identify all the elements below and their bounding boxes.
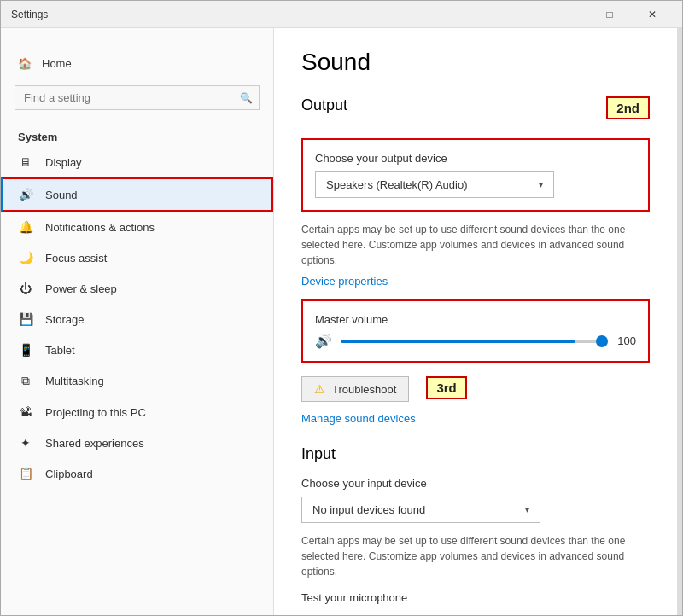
sidebar-item-label: Power & sleep <box>45 282 117 295</box>
warning-icon: ⚠ <box>314 382 325 396</box>
sidebar-item-power[interactable]: ⏻ Power & sleep <box>1 273 273 304</box>
sidebar-item-display[interactable]: 🖥 Display <box>1 147 273 177</box>
close-button[interactable]: ✕ <box>633 1 672 28</box>
settings-window: Settings — □ ✕ 🏠 Home 🔍 System <box>0 0 683 616</box>
search-input[interactable] <box>15 85 260 110</box>
search-icon: 🔍 <box>240 92 253 104</box>
input-helper-text: Certain apps may be set up to use differ… <box>301 533 650 579</box>
choose-output-label: Choose your output device <box>315 152 636 165</box>
input-title: Input <box>301 445 650 463</box>
dropdown-arrow-icon: ▾ <box>539 180 543 189</box>
home-icon: 🏠 <box>18 57 32 70</box>
choose-input-label: Choose your input device <box>301 477 650 490</box>
input-section: Input Choose your input device No input … <box>301 445 650 604</box>
content-area: 🏠 Home 🔍 System 🖥 Display 🔊 <box>1 28 682 615</box>
sidebar-item-label: Sound <box>45 189 78 201</box>
sidebar-item-label: Projecting to this PC <box>45 406 146 419</box>
notifications-icon: 🔔 <box>18 220 33 234</box>
multitasking-icon: ⧉ <box>18 374 33 388</box>
sidebar-item-storage[interactable]: 💾 Storage <box>1 304 273 334</box>
microphone-label: Test your microphone <box>301 591 650 604</box>
sidebar-item-label: Tablet <box>45 344 75 357</box>
device-properties-link[interactable]: Device properties <box>301 275 388 288</box>
output-helper-text: Certain apps may be set up to use differ… <box>301 222 650 268</box>
main-content: Sound Output 2nd Choose your output <box>274 28 677 615</box>
window-title: Settings <box>11 9 547 20</box>
sound-icon: 🔊 <box>18 188 33 201</box>
sidebar-item-label: Notifications & actions <box>45 221 155 234</box>
sidebar-item-label: Display <box>45 156 82 169</box>
sidebar-section-label: System <box>1 124 273 147</box>
output-device-dropdown[interactable]: Speakers (Realtek(R) Audio) ▾ <box>315 171 554 198</box>
volume-row: 🔊 100 <box>315 333 636 349</box>
sidebar-item-label: Focus assist <box>45 252 107 264</box>
home-label: Home <box>42 57 72 70</box>
output-section: Output 2nd Choose your output device Spe… <box>301 96 650 425</box>
troubleshoot-label: Troubleshoot <box>332 383 396 396</box>
output-header-row: Output 2nd <box>301 96 650 128</box>
shared-icon: ✦ <box>18 436 33 450</box>
output-title: Output <box>301 96 589 114</box>
page-title: Sound <box>301 49 650 76</box>
search-box: 🔍 <box>15 85 260 110</box>
display-icon: 🖥 <box>18 155 33 169</box>
troubleshoot-row: ⚠ Troubleshoot 3rd <box>301 373 650 402</box>
volume-thumb <box>596 335 608 347</box>
sidebar: 🏠 Home 🔍 System 🖥 Display 🔊 <box>1 28 274 615</box>
power-icon: ⏻ <box>18 282 33 295</box>
sidebar-sound-wrapper: 🔊 Sound 1st <box>1 177 273 212</box>
main-inner: Sound Output 2nd Choose your output <box>274 28 677 615</box>
minimize-button[interactable]: — <box>547 1 587 28</box>
projecting-icon: 📽 <box>18 405 33 419</box>
volume-slider[interactable] <box>341 340 602 343</box>
annotation-3rd-wrapper: 3rd <box>426 376 466 399</box>
sidebar-item-focus[interactable]: 🌙 Focus assist <box>1 242 273 273</box>
tablet-icon: 📱 <box>18 343 33 357</box>
sidebar-item-multitasking[interactable]: ⧉ Multitasking <box>1 365 273 397</box>
focus-icon: 🌙 <box>18 251 33 264</box>
title-bar: Settings — □ ✕ <box>1 1 682 28</box>
maximize-button[interactable]: □ <box>590 1 629 28</box>
annotation-2nd: 2nd <box>606 96 650 119</box>
sidebar-item-label: Shared experiences <box>45 437 144 450</box>
sidebar-item-tablet[interactable]: 📱 Tablet <box>1 334 273 365</box>
clipboard-icon: 📋 <box>18 467 33 480</box>
sidebar-item-shared[interactable]: ✦ Shared experiences <box>1 427 273 458</box>
annotation-2nd-wrapper: 2nd <box>606 96 650 119</box>
manage-sound-link[interactable]: Manage sound devices <box>301 412 416 425</box>
storage-icon: 💾 <box>18 312 33 326</box>
window-controls: — □ ✕ <box>547 1 672 28</box>
sidebar-item-projecting[interactable]: 📽 Projecting to this PC <box>1 397 273 427</box>
sidebar-item-clipboard[interactable]: 📋 Clipboard <box>1 458 273 489</box>
volume-fill <box>341 340 575 343</box>
sidebar-item-label: Clipboard <box>45 468 93 480</box>
sidebar-item-label: Multitasking <box>45 375 104 387</box>
sidebar-item-home[interactable]: 🏠 Home <box>1 49 273 78</box>
annotation-3rd: 3rd <box>426 376 466 399</box>
sidebar-header <box>1 28 273 49</box>
master-volume-box: Master volume 🔊 100 <box>301 299 650 363</box>
troubleshoot-button[interactable]: ⚠ Troubleshoot <box>301 376 409 402</box>
input-device-dropdown[interactable]: No input devices found ▾ <box>301 497 540 523</box>
output-device-value: Speakers (Realtek(R) Audio) <box>326 178 467 191</box>
sidebar-item-sound[interactable]: 🔊 Sound <box>1 177 273 212</box>
input-device-value: No input devices found <box>312 503 425 516</box>
output-device-box: Choose your output device Speakers (Real… <box>301 138 650 212</box>
sidebar-item-label: Storage <box>45 313 85 326</box>
input-dropdown-arrow-icon: ▾ <box>525 505 529 514</box>
volume-value: 100 <box>610 334 636 347</box>
sidebar-item-notifications[interactable]: 🔔 Notifications & actions <box>1 212 273 242</box>
volume-icon: 🔊 <box>315 333 332 349</box>
scrollbar[interactable] <box>677 28 682 615</box>
volume-title: Master volume <box>315 313 636 326</box>
